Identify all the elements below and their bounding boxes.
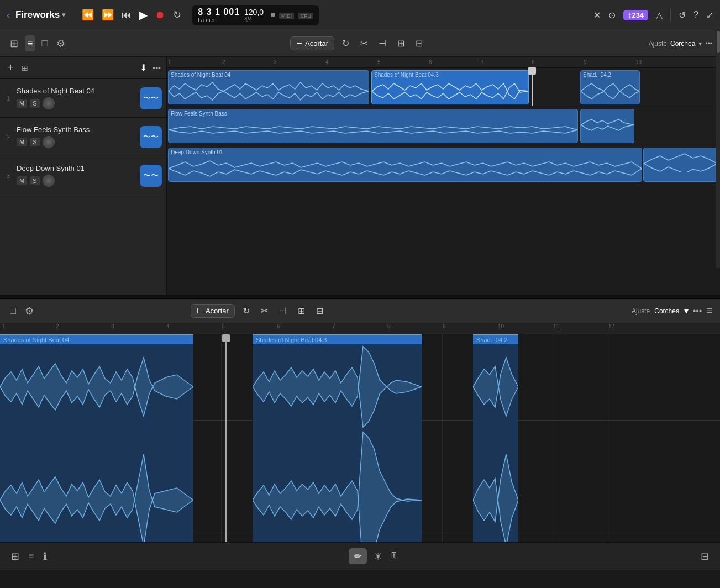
track-number-3: 3	[4, 172, 12, 179]
bottom-tool1-icon[interactable]: ⊞	[295, 303, 308, 318]
mute-button-2[interactable]: M	[17, 138, 27, 146]
region-track2-1[interactable]: Flow Feels Synth Bass	[168, 109, 578, 143]
add-track-button[interactable]: +	[6, 60, 16, 76]
undo-icon[interactable]: ↺	[679, 10, 686, 20]
bottom-scissors-icon[interactable]: ✂	[257, 303, 271, 318]
corchea-label[interactable]: Corchea	[670, 40, 695, 48]
fast-forward-button[interactable]: ⏩	[102, 9, 114, 21]
info-icon[interactable]: ℹ	[43, 550, 47, 563]
waveform-icon-2: 〜〜	[143, 132, 159, 142]
more-options-icon[interactable]: •••	[705, 40, 712, 48]
grid-icon[interactable]: ⊟	[701, 550, 709, 563]
region-track2-2[interactable]	[580, 109, 634, 143]
pencil-button[interactable]: ✏	[349, 548, 367, 564]
region-wave-track3-2	[644, 148, 717, 172]
bottom-corchea-label[interactable]: Corchea	[654, 307, 679, 315]
region-track1-3[interactable]: Shad...04.2	[580, 70, 640, 104]
ruler-mark-9: 9	[584, 59, 587, 65]
loop-button[interactable]: ↻	[173, 9, 181, 21]
refresh-icon[interactable]: ↻	[339, 36, 353, 51]
ruler-mark-2: 2	[222, 59, 225, 65]
bottom-more-icon[interactable]: •••	[693, 306, 702, 316]
track-lane-2[interactable]: Flow Feels Synth Bass	[167, 107, 720, 145]
position-display: 8 3 1 001 La men 120,0 4/4 MIDI CPU	[192, 5, 319, 25]
bottom-playhead	[225, 334, 227, 542]
record-button[interactable]: ⏺	[155, 9, 165, 21]
bottom-adjust-label: Ajuste	[632, 307, 650, 315]
solo-button-1[interactable]: S	[30, 99, 39, 108]
mute-button-1[interactable]: M	[17, 99, 27, 108]
acortar-button[interactable]: ⊢ Acortar	[290, 36, 334, 50]
track-lane-1[interactable]: Shades of Night Beat 04 Shades of Night …	[167, 68, 720, 107]
scissors-icon[interactable]: ✂	[357, 36, 371, 51]
eq-sliders-icon[interactable]: 🎚	[389, 550, 399, 562]
skip-back-button[interactable]: ⏮	[122, 9, 132, 21]
ruler-mark-6: 6	[429, 59, 432, 65]
bottom-acortar-button[interactable]: ⊢ Acortar	[191, 304, 235, 318]
rewind-button[interactable]: ⏪	[82, 9, 94, 21]
region-track3-2[interactable]	[643, 148, 718, 182]
wave-ruler-mark-8: 8	[387, 323, 391, 329]
help-icon[interactable]: ?	[693, 10, 698, 20]
wave-region-1[interactable]: Shades of Night Beat 04	[0, 334, 193, 542]
bottom-settings-icon[interactable]: ⚙	[23, 303, 36, 319]
wave-region-2[interactable]: Shades of Night Beat 04.3	[253, 334, 422, 542]
region-track3-1[interactable]: Deep Down Synth 01	[168, 148, 642, 182]
list-view-icon[interactable]: ≡	[25, 35, 35, 51]
mixer-icon[interactable]: ≡	[28, 550, 34, 563]
grid-line-12	[608, 334, 608, 542]
track-icon-1[interactable]: 〜〜	[140, 87, 162, 109]
main-area: + ⊞ ⬇ ••• 1 Shades of Night Beat 04 M S …	[0, 57, 720, 295]
wave-region-3[interactable]: Shad...04.2	[473, 334, 518, 542]
wave-ruler-mark-12: 12	[608, 323, 614, 329]
bottom-menu-icon[interactable]: ≡	[706, 305, 712, 317]
play-button[interactable]: ▶	[139, 8, 148, 22]
empty-lane-area	[167, 184, 720, 295]
region-track1-2[interactable]: Shades of Night Beat 04.3	[371, 70, 529, 104]
brightness-icon[interactable]: ☀	[374, 550, 382, 563]
position-bpm: 120,0	[244, 8, 264, 17]
solo-button-3[interactable]: S	[30, 176, 39, 185]
acortar-icon: ⊢	[296, 39, 302, 48]
tool2-icon[interactable]: ⊟	[412, 36, 426, 51]
merge-icon[interactable]: ⊣	[375, 36, 390, 51]
bottom-refresh-icon[interactable]: ↻	[239, 303, 253, 318]
plus-badge[interactable]: ‡234	[623, 10, 648, 20]
region-title-track1-1: Shades of Night Beat 04	[169, 71, 369, 79]
clock-icon[interactable]: ⊙	[608, 10, 616, 20]
bottom-merge-icon[interactable]: ⊣	[276, 303, 290, 318]
track-icon-2[interactable]: 〜〜	[140, 126, 162, 148]
track-volume-2[interactable]	[43, 136, 55, 148]
track-icon-3[interactable]: 〜〜	[140, 165, 162, 187]
warning-icon[interactable]: △	[656, 10, 663, 20]
project-title: Fireworks	[15, 9, 60, 20]
grid-line-11	[553, 334, 553, 542]
wave-region-svg-3	[473, 344, 518, 542]
tool1-icon[interactable]: ⊞	[394, 36, 408, 51]
back-button[interactable]: ‹	[7, 9, 10, 21]
duplicate-track-icon[interactable]: ⊞	[22, 64, 28, 72]
project-name[interactable]: Fireworks ▾	[15, 9, 65, 20]
more-tracks-icon[interactable]: •••	[153, 64, 161, 72]
track-item-3: 3 Deep Down Synth 01 M S 〜〜	[0, 156, 166, 195]
track-volume-1[interactable]	[43, 97, 55, 109]
region-wave-track1-1	[169, 79, 369, 103]
close-display-button[interactable]: ✕	[593, 10, 601, 20]
track-volume-3[interactable]	[43, 175, 55, 187]
toolbar-center: ⊢ Acortar ↻ ✂ ⊣ ⊞ ⊟	[290, 36, 426, 51]
grid-line-9	[442, 334, 443, 542]
bottom-window-icon[interactable]: □	[8, 303, 18, 319]
grid-view-icon[interactable]: ⊞	[8, 35, 20, 52]
scroll-thumb[interactable]	[717, 31, 720, 53]
solo-button-2[interactable]: S	[30, 138, 39, 146]
wave-region-svg-1	[0, 344, 193, 542]
track-lane-3[interactable]: Deep Down Synth 01	[167, 145, 720, 184]
expand-icon[interactable]: ⤢	[706, 10, 713, 20]
region-track1-1[interactable]: Shades of Night Beat 04	[168, 70, 369, 104]
window-view-icon[interactable]: □	[40, 35, 50, 51]
tracks-icon[interactable]: ⊞	[11, 550, 19, 563]
settings-icon[interactable]: ⚙	[54, 35, 67, 52]
bottom-tool2-icon[interactable]: ⊟	[313, 303, 327, 318]
download-icon[interactable]: ⬇	[140, 62, 147, 73]
mute-button-3[interactable]: M	[17, 176, 27, 185]
